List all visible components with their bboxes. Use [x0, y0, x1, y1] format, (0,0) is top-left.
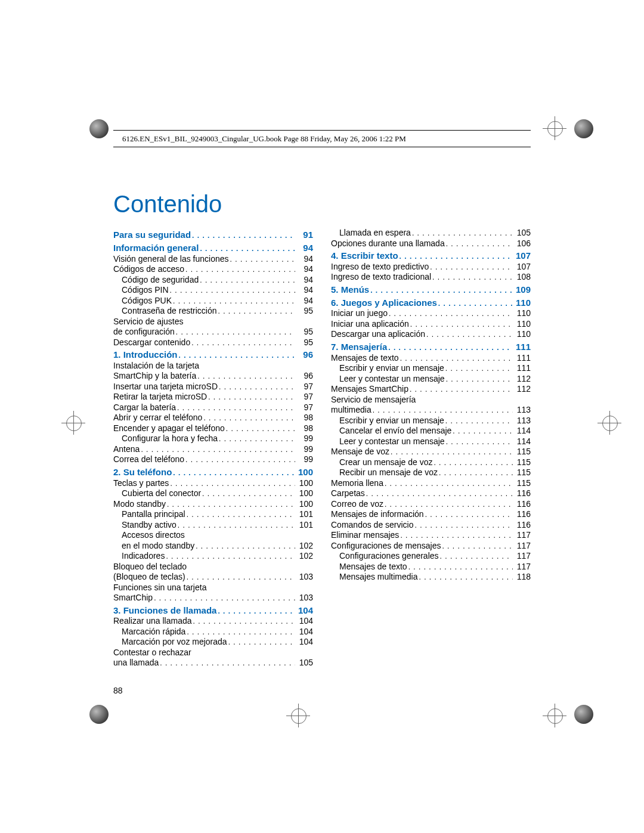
toc-label: Ingreso de texto tradicional — [331, 272, 431, 283]
toc-label: Códigos de acceso — [113, 264, 184, 275]
toc-entry: Modo standby. . . . . . . . . . . . . . … — [113, 499, 313, 510]
toc-leader-dots: . . . . . . . . . . . . . . . . . . . . … — [178, 351, 295, 360]
toc-leader-dots: . . . . . . . . . . . . . . . . . . . . … — [437, 299, 513, 308]
header-rule-bottom — [113, 147, 531, 147]
crop-mark — [286, 704, 310, 727]
toc-heading: 3. Funciones de llamada. . . . . . . . .… — [113, 605, 313, 617]
toc-leader-dots: . . . . . . . . . . . . . . . . . . . . … — [199, 276, 295, 285]
print-mark-sphere — [574, 705, 593, 724]
toc-leader-dots: . . . . . . . . . . . . . . . . . . . . … — [229, 255, 295, 264]
toc-page-number: 116 — [513, 509, 531, 520]
toc-page-number: 113 — [513, 405, 531, 416]
toc-page-number: 111 — [513, 353, 531, 364]
toc-label: Descargar una aplicación — [331, 329, 425, 340]
toc-entry: Código de seguridad. . . . . . . . . . .… — [113, 275, 313, 286]
toc-entry: una llamada. . . . . . . . . . . . . . .… — [113, 658, 313, 668]
toc-page-number: 114 — [513, 426, 531, 436]
toc-label: Contraseña de restricción — [122, 306, 217, 317]
toc-page-number: 112 — [513, 374, 531, 385]
toc-entry: Ingreso de texto tradicional. . . . . . … — [331, 272, 531, 283]
toc-entry: Leer y contestar un mensaje. . . . . . .… — [331, 374, 531, 385]
page-title: Contenido — [113, 191, 222, 218]
toc-leader-dots: . . . . . . . . . . . . . . . . . . . . … — [444, 417, 513, 426]
header-rule-top — [113, 130, 531, 131]
toc-page-number: 100 — [295, 478, 313, 489]
toc-label: Iniciar un juego — [331, 308, 388, 319]
toc-entry: Recibir un mensaje de voz. . . . . . . .… — [331, 467, 531, 478]
toc-leader-dots: . . . . . . . . . . . . . . . . . . . . … — [387, 343, 513, 352]
toc-page-number: 102 — [295, 551, 313, 562]
toc-page-number: 99 — [295, 433, 313, 444]
toc-page-number: 105 — [295, 658, 313, 668]
toc-entry: Escribir y enviar un mensaje. . . . . . … — [331, 416, 531, 426]
toc-page-number: 107 — [513, 262, 531, 272]
toc-label: Modo standby — [113, 499, 166, 510]
toc-leader-dots: . . . . . . . . . . . . . . . . . . . . … — [153, 594, 295, 603]
toc-leader-dots: . . . . . . . . . . . . . . . . . . . . … — [218, 435, 295, 444]
toc-leader-dots: . . . . . . . . . . . . . . . . . . . . … — [445, 240, 513, 249]
toc-page-number: 99 — [295, 444, 313, 455]
toc-page-number: 113 — [513, 416, 531, 426]
toc-page-number: 98 — [295, 423, 313, 434]
toc-entry: SmartChip y la batería. . . . . . . . . … — [113, 371, 313, 382]
toc-label: Mensaje de voz — [331, 447, 389, 457]
toc-entry: Cargar la batería. . . . . . . . . . . .… — [113, 402, 313, 413]
print-mark-sphere — [89, 119, 109, 138]
toc-label: Funciones sin una tarjeta — [113, 583, 206, 593]
toc-page-number: 111 — [513, 363, 531, 374]
toc-leader-dots: . . . . . . . . . . . . . . . . . . . . … — [225, 425, 295, 433]
toc-label: Cubierta del conector — [122, 488, 201, 499]
toc-page-number: 107 — [513, 250, 531, 262]
toc-label: Mensajes de texto — [331, 353, 399, 364]
toc-entry: Indicadores. . . . . . . . . . . . . . .… — [113, 551, 313, 562]
toc-label: Llamada en espera — [339, 228, 411, 239]
toc-entry: Visión general de las funciones. . . . .… — [113, 254, 313, 265]
toc-page-number: 96 — [295, 349, 313, 361]
toc-page-number: 100 — [295, 488, 313, 499]
toc-label: multimedia — [331, 405, 371, 416]
toc-entry: Escribir y enviar un mensaje. . . . . . … — [331, 363, 531, 374]
toc-entry: Crear un mensaje de voz. . . . . . . . .… — [331, 457, 531, 468]
toc-leader-dots: . . . . . . . . . . . . . . . . . . . . … — [371, 406, 513, 415]
toc-heading: 2. Su teléfono. . . . . . . . . . . . . … — [113, 467, 313, 478]
toc-page-number: 115 — [513, 457, 531, 468]
toc-leader-dots: . . . . . . . . . . . . . . . . . . . . … — [159, 659, 295, 668]
toc-page-number: 100 — [295, 467, 313, 478]
toc-leader-dots: . . . . . . . . . . . . . . . . . . . . … — [165, 552, 295, 561]
toc-entry: Configuraciones de mensajes. . . . . . .… — [331, 541, 531, 552]
toc-leader-dots: . . . . . . . . . . . . . . . . . . . . … — [199, 244, 295, 253]
toc-page-number: 104 — [295, 627, 313, 637]
print-mark-sphere — [89, 705, 109, 724]
toc-page-number: 94 — [295, 296, 313, 306]
toc-entry: Servicio de ajustes — [113, 317, 313, 327]
toc-page-number: 104 — [295, 637, 313, 648]
toc-label: Descargar contenido — [113, 337, 190, 348]
toc-entry: Contestar o rechazar — [113, 648, 313, 658]
toc-label: (Bloqueo de teclas) — [113, 572, 185, 583]
toc-label: Standby activo — [122, 520, 177, 531]
toc-page-number: 103 — [295, 593, 313, 603]
toc-label: Opciones durante una llamada — [331, 239, 445, 249]
toc-leader-dots: . . . . . . . . . . . . . . . . . . . . … — [176, 404, 295, 413]
toc-leader-dots: . . . . . . . . . . . . . . . . . . . . … — [216, 607, 295, 616]
toc-entry: multimedia. . . . . . . . . . . . . . . … — [331, 405, 531, 416]
toc-page-number: 108 — [513, 272, 531, 283]
toc-leader-dots: . . . . . . . . . . . . . . . . . . . . … — [185, 628, 295, 637]
toc-page-number: 104 — [295, 605, 313, 617]
page-number: 88 — [113, 686, 123, 695]
toc-page-number: 95 — [295, 337, 313, 348]
toc-label: Instalación de la tarjeta — [113, 361, 199, 371]
toc-page-number: 94 — [295, 264, 313, 275]
toc-label: Bloqueo del teclado — [113, 562, 187, 572]
toc-leader-dots: . . . . . . . . . . . . . . . . . . . . … — [414, 521, 513, 530]
toc-page-number: 101 — [295, 520, 313, 531]
toc-label: Carpetas — [331, 488, 365, 499]
toc-leader-dots: . . . . . . . . . . . . . . . . . . . . … — [383, 500, 513, 509]
toc-page-number: 115 — [513, 467, 531, 478]
toc-entry: Marcación por voz mejorada. . . . . . . … — [113, 637, 313, 648]
toc-page-number: 102 — [295, 541, 313, 552]
toc-label: Información general — [113, 243, 199, 254]
toc-entry: Realizar una llamada. . . . . . . . . . … — [113, 616, 313, 627]
toc-leader-dots: . . . . . . . . . . . . . . . . . . . . … — [445, 438, 513, 447]
toc-leader-dots: . . . . . . . . . . . . . . . . . . . . … — [177, 521, 295, 530]
